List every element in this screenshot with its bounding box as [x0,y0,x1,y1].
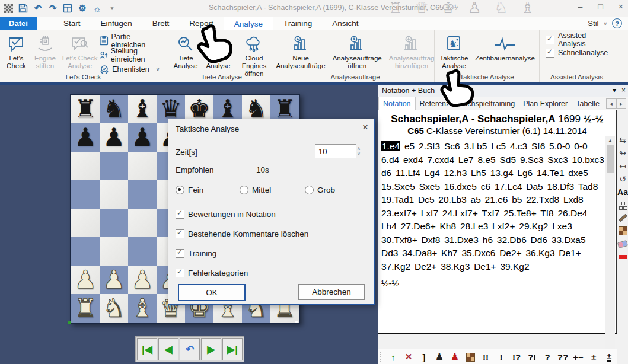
white-slightly-better-symbol[interactable]: ± [601,352,617,362]
panel-header[interactable]: Notation + Buch ▾ × [378,85,628,97]
black-pawn-icon[interactable]: ♟ [432,352,447,362]
ok-button[interactable]: OK [178,284,246,301]
radio-fein[interactable]: Fein [176,186,240,194]
square[interactable] [128,180,157,209]
training-checkbox[interactable]: Training [176,247,308,259]
kommentare-loeschen-checkbox[interactable]: Bestehende Kommentare löschen [176,228,308,240]
square[interactable]: ♟ [128,266,157,294]
square[interactable]: ♞ [100,294,128,323]
exclam-symbol[interactable]: ! [493,352,509,362]
chevron-down-icon[interactable]: ∨ [156,66,160,72]
tab-start[interactable]: Start [53,17,91,30]
tab-scroll-right-icon[interactable]: ▸ [616,98,626,109]
bracket-icon[interactable]: ] [416,352,432,362]
exclam-question-symbol[interactable]: !? [509,352,524,362]
minimize-button[interactable]: – [578,2,583,11]
move-list[interactable]: 1.e4 e5 2.Sf3 Sc6 3.Lb5 Lc5 4.c3 Sf6 5.0… [378,136,616,273]
pencil-icon[interactable] [618,213,627,222]
square[interactable]: ♟ [128,123,157,152]
square[interactable]: ♝ [128,95,157,123]
double-exclam-symbol[interactable]: !! [478,352,493,362]
square[interactable] [128,152,157,180]
double-question-symbol[interactable]: ?? [555,352,570,362]
tab-tabelle[interactable]: Tabelle [572,97,604,110]
question-exclam-symbol[interactable]: ?! [524,352,540,362]
close-button[interactable]: × [619,2,623,11]
schnellanalyse-checkbox[interactable]: Schnellanalyse [546,47,611,59]
square[interactable]: ♟ [100,123,128,152]
undo-icon[interactable]: ↶ [33,3,43,14]
goto-start-button[interactable]: |◀ [137,338,157,360]
white-winning-symbol[interactable]: +− [570,352,586,362]
maximize-button[interactable]: □ [598,2,603,11]
red-pawn-icon[interactable]: ♟ [447,352,463,362]
square[interactable]: ♜ [71,294,100,323]
panel-collapse-icon[interactable]: ▾ [613,86,616,94]
red-marker-icon[interactable] [618,253,627,261]
cloud-engines-oeffnen-button[interactable]: Cloud Engines öffnen [235,32,273,79]
promote-variation-icon[interactable]: ↤ [618,161,627,170]
rotate-arrow-icon[interactable]: ↺ [618,174,627,183]
lets-check-button[interactable]: Let's Check [2,32,30,75]
better-move-icon[interactable]: ↑ [385,352,401,362]
analyseauftraege-oeffnen-button[interactable]: Analyseaufträge öffnen [331,32,384,73]
square[interactable] [100,180,128,209]
tab-brett[interactable]: Brett [142,17,180,30]
tangle-arrows-icon[interactable]: ↬ [618,148,627,157]
taktische-analyse-button[interactable]: ♞ Taktische Analyse [437,32,471,73]
time-input[interactable] [315,144,356,158]
help-icon[interactable]: ? [612,18,622,28]
dialog-close-icon[interactable]: × [362,122,368,133]
setup-position-icon[interactable] [618,226,627,235]
tab-notation[interactable]: Notation [378,97,416,110]
drag-handle[interactable] [380,352,385,362]
square[interactable] [71,180,100,209]
square[interactable]: ♟ [71,123,100,152]
color-arrows-icon[interactable]: ⇆ [618,135,627,144]
tab-analyse[interactable]: Analyse [224,17,273,30]
partie-einreichen-button[interactable]: Partie einreichen [100,34,164,47]
tab-referenz[interactable]: Referenz [416,97,454,110]
bewertungen-checkbox[interactable]: Bewertungen in Notation [176,208,308,220]
square[interactable]: ♞ [100,95,128,123]
board-resize-handle[interactable] [295,321,298,323]
assisted-analysis-checkbox[interactable]: Assisted Analysis [546,34,611,46]
spin-down-icon[interactable]: ∨ [357,151,361,157]
square[interactable] [128,209,157,237]
notation-scrollbar[interactable]: ▲ ▼ [605,136,615,358]
square[interactable] [100,237,128,266]
square[interactable]: ♟ [71,266,100,294]
square[interactable]: ♜ [71,95,100,123]
square[interactable] [128,237,157,266]
square[interactable] [71,237,100,266]
zentibauernanalyse-button[interactable]: Zentibauernanalyse [473,32,537,73]
tab-nachspieltraining[interactable]: Nachspieltraining [454,97,519,110]
tab-training[interactable]: Training [273,17,322,30]
neue-analyseauftraege-button[interactable]: Neue Analyseaufträge [275,32,327,73]
white-better-symbol[interactable]: ± [586,352,601,362]
tab-scroll-left-icon[interactable]: ◂ [606,98,616,109]
gear-icon[interactable]: ⚙ [77,3,88,14]
scrollbar-thumb[interactable] [607,145,614,173]
square[interactable] [100,152,128,180]
panel-close-icon[interactable]: × [621,86,626,94]
tab-datei[interactable]: Datei [0,17,37,30]
square[interactable] [71,152,100,180]
forward-button[interactable]: ▶ [201,338,221,360]
fehlerkategorien-checkbox[interactable]: Fehlerkategorien [176,267,308,279]
tab-einfuegen[interactable]: Einfügen [91,17,142,30]
lightbulb-icon[interactable]: ☼ [92,3,103,14]
tab-ansicht[interactable]: Ansicht [322,17,368,30]
current-move[interactable]: 1.e4 [381,141,400,151]
takeback-button[interactable]: ↶ [180,338,200,360]
radio-grob[interactable]: Grob [305,186,335,194]
layout-icon[interactable] [62,3,73,14]
back-button[interactable]: ◀ [158,338,178,360]
text-commentary-icon[interactable]: Aa [618,187,627,196]
variation-tree-icon[interactable] [618,200,627,209]
tiefe-analyse-button[interactable]: Tiefe Analyse [170,32,202,79]
cancel-button[interactable]: Abbrechen [298,284,365,300]
scroll-up-icon[interactable]: ▲ [605,136,615,145]
square[interactable] [100,209,128,237]
board-resize-handle[interactable] [68,321,71,324]
